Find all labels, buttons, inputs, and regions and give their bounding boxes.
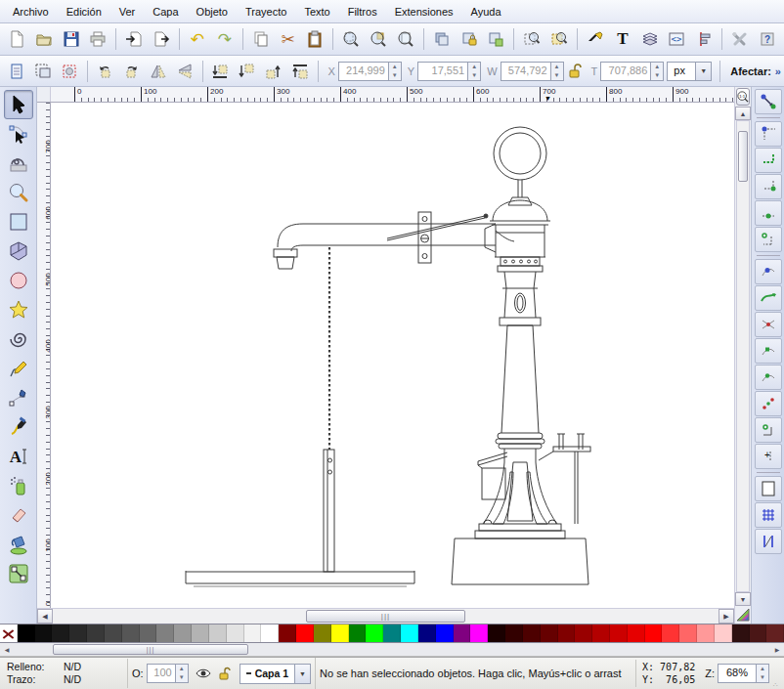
swatch[interactable] (174, 624, 192, 642)
swatch[interactable] (87, 624, 105, 642)
spin-down-icon[interactable]: ▼ (551, 71, 563, 80)
flip-vertical-button[interactable] (172, 59, 196, 84)
swatch[interactable] (279, 624, 296, 642)
tool-tweak[interactable] (4, 149, 33, 178)
layer-lock-button[interactable] (214, 663, 236, 684)
swatch[interactable] (645, 624, 663, 642)
select-all-layers-button[interactable] (30, 59, 55, 84)
spin-up-icon[interactable]: ▲ (651, 63, 663, 71)
swatch[interactable] (628, 624, 645, 642)
tool-selector[interactable] (4, 90, 33, 119)
swatch[interactable] (750, 624, 767, 642)
raise-to-top-button[interactable] (287, 59, 312, 84)
swatch[interactable] (766, 624, 784, 642)
menu-ayuda[interactable]: Ayuda (462, 3, 510, 21)
vscroll-handle[interactable] (738, 131, 748, 182)
swatch[interactable] (140, 624, 157, 642)
lower-to-bottom-button[interactable] (208, 59, 233, 84)
swatch[interactable] (261, 624, 279, 642)
snap-grids-button[interactable] (755, 502, 782, 528)
swatch[interactable] (697, 624, 715, 642)
paste-button[interactable] (302, 26, 327, 52)
canvas[interactable] (51, 103, 734, 608)
spin-down-icon[interactable]: ▼ (651, 71, 663, 80)
print-button[interactable] (86, 26, 111, 52)
palette-scrollbar[interactable]: ◀ ||| ▶ (0, 643, 784, 657)
tool-zoom[interactable] (4, 178, 33, 207)
open-button[interactable] (31, 26, 57, 52)
swatch[interactable] (227, 624, 244, 642)
flip-horizontal-button[interactable] (146, 59, 170, 84)
xml-editor-button[interactable]: <> (665, 26, 690, 52)
zoom-drawing-button[interactable] (366, 26, 391, 52)
menu-edicion[interactable]: Edición (58, 3, 110, 21)
snap-paths-button[interactable] (755, 285, 782, 311)
swatch[interactable] (331, 624, 349, 642)
snap-object-centers-button[interactable] (755, 417, 782, 443)
tool-eraser[interactable] (4, 500, 33, 530)
tool-calligraphy[interactable] (4, 412, 33, 442)
spin-up-icon[interactable]: ▲ (389, 63, 401, 71)
tool-node-editor[interactable] (4, 119, 33, 149)
select-all-button[interactable] (4, 59, 28, 84)
menu-archivo[interactable]: Archivo (4, 3, 58, 21)
swatch[interactable] (209, 624, 227, 642)
tool-spray[interactable] (4, 471, 33, 500)
menu-trayecto[interactable]: Trayecto (237, 3, 295, 21)
snap-rotation-centers-button[interactable]: + (755, 444, 782, 469)
spin-up-icon[interactable]: ▲ (468, 63, 480, 71)
swatch[interactable] (401, 624, 418, 642)
horizontal-ruler[interactable]: 0 100 200 300 400 500 600 700 800 900 ▼ (51, 87, 734, 102)
hscroll-track[interactable]: ||| (53, 609, 719, 624)
snap-guides-button[interactable] (755, 529, 782, 554)
units-combo[interactable]: px▼ (667, 62, 712, 81)
snap-bbox-corners-button[interactable] (755, 174, 782, 199)
swatch[interactable] (69, 624, 87, 642)
x-field[interactable]: 214,999▲▼ (338, 62, 402, 81)
swatch[interactable] (715, 624, 732, 642)
text-dialog-button[interactable]: T (610, 26, 635, 52)
tool-ellipse[interactable] (4, 266, 33, 295)
snap-bbox-button[interactable] (755, 121, 782, 147)
spin-down-icon[interactable]: ▼ (757, 673, 768, 682)
lock-ratio-button[interactable] (565, 59, 585, 84)
swatch[interactable] (454, 624, 471, 642)
palette-scroll-right-icon[interactable]: ▶ (770, 646, 784, 653)
swatch[interactable] (105, 624, 122, 642)
copy-button[interactable] (248, 26, 274, 52)
fill-stroke-indicator[interactable]: Relleno: N/D Trazo: N/D (3, 659, 128, 688)
input-devices-button[interactable]: ? (755, 26, 780, 52)
unlink-clone-button[interactable] (484, 26, 509, 52)
more-options-chevron[interactable]: » (775, 65, 781, 77)
export-button[interactable] (149, 26, 174, 52)
swatch[interactable] (52, 624, 69, 642)
swatch[interactable] (436, 624, 454, 642)
swatch[interactable] (592, 624, 610, 642)
rotate-ccw-button[interactable] (93, 59, 117, 84)
raise-button[interactable] (261, 59, 285, 84)
tool-text[interactable]: A (4, 442, 33, 471)
snap-bbox-midpoints-button[interactable] (755, 200, 782, 226)
swatch[interactable] (418, 624, 436, 642)
spin-down-icon[interactable]: ▼ (468, 71, 480, 80)
swatch[interactable] (505, 624, 523, 642)
spin-down-icon[interactable]: ▼ (176, 673, 188, 682)
spin-up-icon[interactable]: ▲ (757, 665, 768, 673)
swatch[interactable] (35, 624, 53, 642)
zoom-page-button[interactable] (393, 26, 418, 52)
menu-ver[interactable]: Ver (110, 3, 145, 21)
swatch[interactable] (575, 624, 592, 642)
vertical-ruler[interactable]: 700 600 500 400 300 200 100 0 (37, 103, 51, 608)
tool-star[interactable] (4, 295, 33, 324)
layers-button[interactable] (637, 26, 663, 52)
layer-selector[interactable]: Capa 1 ▼ (240, 664, 311, 684)
tool-spiral[interactable] (4, 324, 33, 354)
swatch[interactable] (156, 624, 174, 642)
swatch-none[interactable] (0, 624, 18, 642)
scroll-right-icon[interactable]: ▶ (719, 609, 734, 624)
save-button[interactable] (59, 26, 84, 52)
swatch[interactable] (192, 624, 209, 642)
scroll-down-icon[interactable]: ▼ (735, 592, 751, 606)
lower-button[interactable] (235, 59, 259, 84)
zoom-control[interactable]: Z: 68%▲▼ (701, 664, 773, 683)
